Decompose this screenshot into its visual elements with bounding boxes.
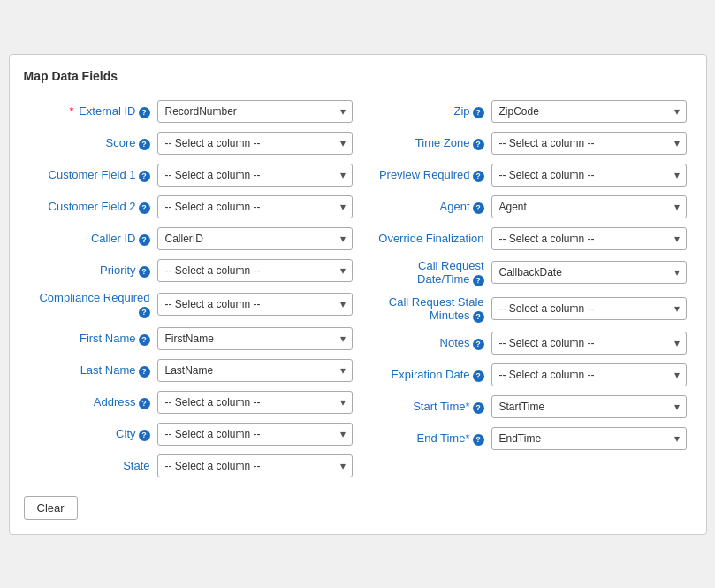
field-label-left-8: Last Name?: [29, 363, 157, 378]
help-icon[interactable]: ?: [139, 107, 150, 118]
label-text: Preview Required: [379, 168, 470, 181]
field-row-left-0: * External ID?RecordNumber-- Select a co…: [24, 95, 358, 127]
field-label-left-2: Customer Field 1?: [29, 168, 157, 182]
select-right-8[interactable]: -- Select a column --: [491, 363, 687, 386]
clear-button[interactable]: Clear: [24, 496, 78, 520]
help-icon[interactable]: ?: [473, 275, 484, 286]
select-left-5[interactable]: -- Select a column --: [157, 259, 353, 282]
select-wrapper-left-1: -- Select a column --: [157, 132, 353, 155]
help-icon[interactable]: ?: [139, 430, 150, 441]
help-icon[interactable]: ?: [139, 139, 150, 150]
field-row-right-6: Call Request Stale Minutes?-- Select a c…: [358, 291, 692, 327]
select-left-4[interactable]: CallerID-- Select a column --: [157, 227, 353, 250]
field-row-left-8: Last Name?LastName-- Select a column --: [24, 355, 358, 386]
select-left-0[interactable]: RecordNumber-- Select a column --: [157, 100, 353, 123]
field-row-left-2: Customer Field 1?-- Select a column --: [24, 159, 358, 191]
label-text: First Name: [80, 332, 136, 345]
select-left-10[interactable]: -- Select a column --: [157, 423, 353, 446]
select-right-5[interactable]: CallbackDate-- Select a column --: [491, 261, 687, 284]
help-icon[interactable]: ?: [473, 139, 484, 150]
label-text: City: [116, 427, 135, 440]
required-asterisk: *: [70, 104, 78, 118]
label-text: Score: [106, 136, 136, 149]
field-label-right-0: Zip?: [363, 104, 491, 118]
field-label-right-10: End Time*?: [363, 431, 491, 446]
field-row-right-3: Agent?Agent-- Select a column --: [358, 191, 692, 223]
label-text: State: [123, 459, 149, 472]
fields-grid: * External ID?RecordNumber-- Select a co…: [24, 95, 692, 482]
field-label-left-7: First Name?: [29, 332, 157, 346]
help-icon[interactable]: ?: [139, 334, 150, 346]
help-icon[interactable]: ?: [473, 339, 484, 350]
page-title: Map Data Fields: [24, 69, 692, 83]
field-label-right-5: Call Request Date/Time?: [363, 259, 491, 286]
label-text: Call Request Stale Minutes: [389, 295, 484, 322]
bottom-bar: Clear: [24, 491, 692, 520]
help-icon[interactable]: ?: [473, 402, 484, 414]
field-row-right-2: Preview Required?-- Select a column --: [358, 159, 692, 191]
left-column: * External ID?RecordNumber-- Select a co…: [24, 95, 358, 482]
field-label-right-8: Expiration Date?: [363, 368, 491, 382]
select-right-3[interactable]: Agent-- Select a column --: [491, 195, 687, 218]
field-row-right-7: Notes?-- Select a column --: [358, 327, 692, 359]
select-wrapper-right-6: -- Select a column --: [491, 297, 687, 320]
select-wrapper-left-9: -- Select a column --: [157, 391, 353, 414]
field-row-left-1: Score?-- Select a column --: [24, 127, 358, 159]
select-wrapper-right-10: EndTime-- Select a column --: [491, 427, 687, 450]
field-label-left-9: Address?: [29, 395, 157, 409]
help-icon[interactable]: ?: [139, 398, 150, 409]
help-icon[interactable]: ?: [139, 307, 150, 318]
select-right-0[interactable]: ZipCode-- Select a column --: [491, 100, 687, 123]
select-right-1[interactable]: -- Select a column --: [491, 132, 687, 155]
select-left-2[interactable]: -- Select a column --: [157, 164, 353, 187]
select-wrapper-right-5: CallbackDate-- Select a column --: [491, 261, 687, 284]
field-label-left-5: Priority?: [29, 263, 157, 278]
label-text: Customer Field 2: [49, 200, 136, 213]
help-icon[interactable]: ?: [139, 366, 150, 378]
field-label-right-9: Start Time*?: [363, 400, 491, 414]
label-text: Time Zone: [415, 136, 470, 149]
help-icon[interactable]: ?: [139, 266, 150, 278]
field-row-right-8: Expiration Date?-- Select a column --: [358, 359, 692, 391]
select-wrapper-left-3: -- Select a column --: [157, 195, 353, 218]
field-row-right-1: Time Zone?-- Select a column --: [358, 127, 692, 159]
label-text: Compliance Required: [39, 291, 149, 304]
help-icon[interactable]: ?: [139, 171, 150, 182]
label-text: End Time*: [417, 431, 470, 445]
right-column: Zip?ZipCode-- Select a column --Time Zon…: [358, 95, 692, 482]
help-icon[interactable]: ?: [473, 171, 484, 182]
select-right-6[interactable]: -- Select a column --: [491, 297, 687, 320]
help-icon[interactable]: ?: [473, 434, 484, 446]
help-icon[interactable]: ?: [473, 107, 484, 118]
help-icon[interactable]: ?: [139, 234, 150, 246]
help-icon[interactable]: ?: [139, 202, 150, 214]
select-left-6[interactable]: -- Select a column --: [157, 293, 353, 316]
select-wrapper-left-4: CallerID-- Select a column --: [157, 227, 353, 250]
select-left-7[interactable]: FirstName-- Select a column --: [157, 327, 353, 350]
label-text: Caller ID: [91, 232, 136, 245]
label-text: External ID: [79, 104, 135, 118]
help-icon[interactable]: ?: [473, 311, 484, 323]
select-left-1[interactable]: -- Select a column --: [157, 132, 353, 155]
select-left-9[interactable]: -- Select a column --: [157, 391, 353, 414]
select-right-9[interactable]: StartTime-- Select a column --: [491, 395, 687, 418]
select-left-11[interactable]: -- Select a column --: [157, 454, 353, 477]
field-row-left-9: Address?-- Select a column --: [24, 386, 358, 418]
select-wrapper-left-7: FirstName-- Select a column --: [157, 327, 353, 350]
field-label-left-1: Score?: [29, 136, 157, 150]
select-left-3[interactable]: -- Select a column --: [157, 195, 353, 218]
field-label-right-2: Preview Required?: [363, 168, 491, 182]
select-right-7[interactable]: -- Select a column --: [491, 332, 687, 355]
select-wrapper-left-10: -- Select a column --: [157, 423, 353, 446]
label-text: Zip: [453, 104, 469, 118]
help-icon[interactable]: ?: [473, 202, 484, 214]
field-label-left-10: City?: [29, 427, 157, 441]
select-right-2[interactable]: -- Select a column --: [491, 164, 687, 187]
select-right-4[interactable]: -- Select a column --: [491, 227, 687, 250]
select-wrapper-left-2: -- Select a column --: [157, 164, 353, 187]
help-icon[interactable]: ?: [473, 370, 484, 382]
field-label-right-7: Notes?: [363, 336, 491, 350]
field-label-left-4: Caller ID?: [29, 232, 157, 246]
select-left-8[interactable]: LastName-- Select a column --: [157, 359, 353, 382]
select-right-10[interactable]: EndTime-- Select a column --: [491, 427, 687, 450]
